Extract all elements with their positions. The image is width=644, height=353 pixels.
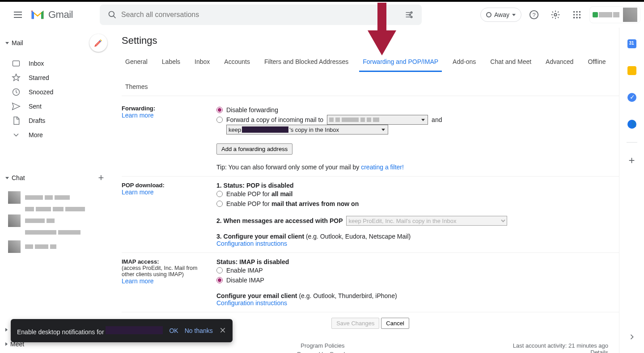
org-logo: [593, 12, 619, 17]
support-button[interactable]: ?: [525, 6, 543, 24]
toast-no-thanks-button[interactable]: No thanks: [185, 327, 213, 334]
mail-section-toggle[interactable]: Mail: [5, 39, 23, 46]
search-options-icon[interactable]: [400, 10, 418, 19]
main-menu-button[interactable]: [7, 4, 29, 25]
pop-action-select[interactable]: keep ProEdit, Inc. Mail's copy in the In…: [346, 216, 507, 226]
forward-action-select[interactable]: keep 's copy in the Inbox: [226, 125, 388, 134]
hide-side-panel-button[interactable]: [623, 328, 641, 346]
google-apps-button[interactable]: [568, 6, 586, 24]
svg-point-14: [573, 17, 575, 19]
tasks-app-icon[interactable]: ✓: [623, 88, 641, 106]
sidebar-item-inbox[interactable]: Inbox: [0, 56, 114, 71]
svg-point-12: [576, 14, 578, 16]
tab-inbox[interactable]: Inbox: [191, 54, 213, 71]
sidebar-item-sent[interactable]: Sent: [0, 99, 114, 113]
svg-point-4: [411, 16, 412, 17]
imap-heading: IMAP access:: [122, 258, 211, 265]
chat-contact[interactable]: [8, 214, 114, 228]
notification-toast: Enable desktop notifications for OK No t…: [11, 319, 233, 342]
imap-config-instructions-link[interactable]: Configuration instructions: [216, 299, 287, 307]
disable-imap-radio[interactable]: [216, 277, 223, 283]
svg-rect-17: [13, 61, 20, 66]
pop-from-now-radio[interactable]: [216, 201, 223, 207]
program-policies-link[interactable]: Program Policies: [301, 342, 344, 349]
sidebar-item-more[interactable]: More: [0, 128, 114, 142]
status-selector[interactable]: Away: [480, 8, 521, 22]
svg-text:?: ?: [532, 12, 535, 18]
profile-avatar[interactable]: [623, 8, 637, 22]
pop-config-instructions-link[interactable]: Configuration instructions: [216, 240, 287, 247]
toast-ok-button[interactable]: OK: [169, 327, 178, 334]
tab-accounts[interactable]: Accounts: [220, 54, 254, 71]
forward-address-select[interactable]: [327, 115, 428, 125]
gmail-logo[interactable]: Gmail: [30, 9, 73, 21]
disable-forwarding-radio[interactable]: [216, 107, 223, 113]
side-panel: 31 ✓ 👤 +: [619, 28, 644, 353]
sidebar: Mail Inbox Starred Snoozed Sent Drafts M…: [0, 28, 114, 353]
status-away-icon: [486, 12, 491, 17]
sidebar-item-drafts[interactable]: Drafts: [0, 113, 114, 128]
tab-general[interactable]: General: [122, 54, 151, 71]
chat-contact[interactable]: [8, 190, 114, 205]
imap-section: IMAP access: (access ProEdit, Inc. Mail …: [122, 253, 619, 312]
sidebar-item-snoozed[interactable]: Snoozed: [0, 85, 114, 99]
compose-button[interactable]: [89, 34, 107, 52]
account-switcher[interactable]: [589, 6, 640, 23]
tab-forwarding-pop-imap[interactable]: Forwarding and POP/IMAP: [359, 54, 442, 72]
tab-addons[interactable]: Add-ons: [449, 54, 479, 71]
new-chat-button[interactable]: +: [95, 172, 107, 184]
tab-labels[interactable]: Labels: [158, 54, 184, 71]
pop-section: POP download: Learn more 1. Status: POP …: [122, 176, 619, 253]
calendar-app-icon[interactable]: 31: [623, 35, 641, 53]
tab-advanced[interactable]: Advanced: [542, 54, 577, 71]
redacted-account: [106, 326, 163, 334]
svg-point-9: [576, 11, 578, 13]
settings-button[interactable]: [547, 6, 564, 24]
enable-imap-radio[interactable]: [216, 267, 223, 273]
chevron-down-icon: [512, 14, 516, 16]
pop-learn-more-link[interactable]: Learn more: [122, 189, 154, 196]
tab-themes[interactable]: Themes: [122, 79, 152, 96]
tab-offline[interactable]: Offline: [584, 54, 609, 71]
main-content: Settings General Labels Inbox Accounts F…: [114, 28, 619, 353]
chat-contact[interactable]: [8, 228, 114, 237]
svg-line-1: [113, 16, 115, 18]
get-addons-button[interactable]: +: [623, 151, 641, 169]
search-bar[interactable]: [100, 4, 422, 25]
create-filter-link[interactable]: creating a filter!: [361, 164, 404, 171]
svg-point-2: [411, 12, 412, 13]
save-changes-button[interactable]: Save Changes: [331, 318, 379, 329]
pop-all-mail-radio[interactable]: [216, 191, 223, 197]
imap-learn-more-link[interactable]: Learn more: [122, 277, 154, 285]
add-forwarding-address-button[interactable]: Add a forwarding address: [216, 143, 292, 155]
chat-section-toggle[interactable]: Chat: [5, 174, 25, 181]
chat-contact[interactable]: [8, 205, 114, 214]
powered-by-text: Powered by Google: [297, 351, 348, 353]
details-link[interactable]: Details: [590, 349, 608, 353]
pop-heading: POP download:: [122, 182, 211, 189]
last-activity-text: Last account activity: 21 minutes ago: [513, 342, 608, 349]
contacts-app-icon[interactable]: 👤: [623, 115, 641, 133]
tab-filters[interactable]: Filters and Blocked Addresses: [261, 54, 352, 71]
header: Gmail Away ?: [0, 2, 644, 28]
sidebar-item-starred[interactable]: Starred: [0, 71, 114, 85]
svg-point-16: [579, 17, 581, 19]
status-label: Away: [494, 11, 509, 18]
keep-app-icon[interactable]: [623, 62, 641, 80]
chevron-down-icon: [5, 42, 9, 44]
page-title: Settings: [122, 33, 619, 54]
tab-chat-meet[interactable]: Chat and Meet: [487, 54, 535, 71]
search-input[interactable]: [121, 11, 400, 19]
toast-close-button[interactable]: [219, 327, 226, 335]
cancel-button[interactable]: Cancel: [381, 318, 409, 329]
imap-subtext: (access ProEdit, Inc. Mail from other cl…: [122, 265, 211, 277]
forwarding-section: Forwarding: Learn more Disable forwardin…: [122, 100, 619, 176]
settings-tabs: General Labels Inbox Accounts Filters an…: [122, 54, 619, 96]
forward-copy-radio[interactable]: [216, 117, 223, 123]
forwarding-learn-more-link[interactable]: Learn more: [122, 112, 154, 119]
svg-point-3: [409, 14, 411, 15]
chat-contact[interactable]: [8, 240, 114, 254]
svg-point-11: [573, 14, 575, 16]
svg-point-7: [554, 13, 557, 16]
app-name: Gmail: [48, 9, 73, 21]
